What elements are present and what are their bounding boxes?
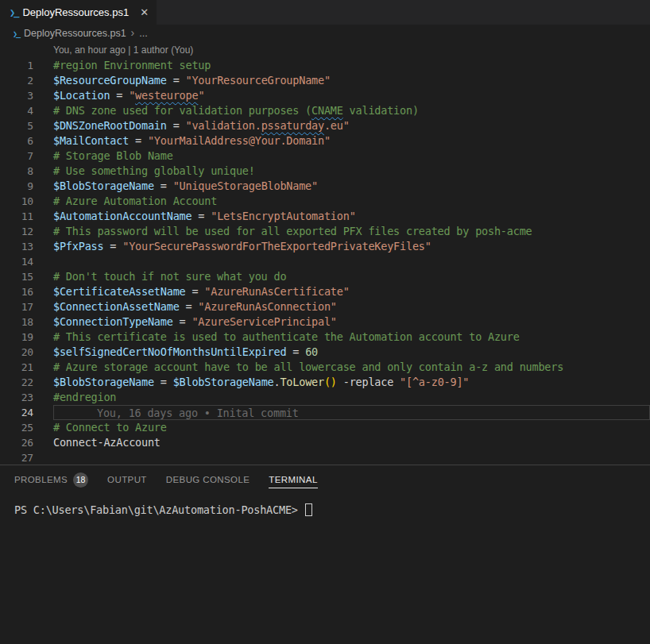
code-line[interactable]: 17$ConnectionAssetName = "AzureRunAsConn… [0,299,650,314]
line-content[interactable]: $ConnectionAssetName = "AzureRunAsConnec… [53,299,650,314]
line-content[interactable]: You, 16 days ago • Inital commit [53,405,650,420]
editor[interactable]: You, an hour ago | 1 author (You) 1#regi… [0,42,650,465]
line-content[interactable] [53,450,650,465]
code-line[interactable]: 5$DNSZoneRootDomain = "validation.pssatu… [0,118,650,133]
code-line[interactable]: 21# Azure storage account have to be all… [0,360,650,375]
code-line[interactable]: 10# Azure Automation Account [0,194,650,209]
code-line[interactable]: 23#endregion [0,390,650,405]
code-line[interactable]: 22$BlobStorageName = $BlobStorageName.To… [0,375,650,390]
line-number[interactable]: 4 [0,103,33,118]
line-content[interactable]: $Location = "westeurope" [53,88,650,103]
code-line[interactable]: 7# Storage Blob Name [0,148,650,164]
line-content[interactable]: $selfSignedCertNoOfMonthsUntilExpired = … [53,345,650,360]
line-number[interactable]: 9 [0,179,33,194]
line-number[interactable]: 12 [0,224,33,239]
line-content[interactable]: # Azure Automation Account [53,194,650,209]
code-line[interactable]: 19# This certificate is used to authenti… [0,330,650,345]
line-content[interactable]: $ConnectionTypeName = "AzureServicePrinc… [53,314,650,330]
line-number[interactable]: 2 [0,73,33,88]
line-number[interactable]: 7 [0,148,33,164]
code-line[interactable]: 16$CertificateAssetName = "AzureRunAsCer… [0,284,650,299]
code-line[interactable]: 1#region Environment setup [0,58,650,73]
code-line[interactable]: 2$ResourceGroupName = "YourResourceGroup… [0,73,650,88]
line-content[interactable]: $ResourceGroupName = "YourResourceGroupN… [53,73,650,88]
terminal-cursor[interactable] [305,503,312,516]
panel-tab-debug-console[interactable]: DEBUG CONSOLE [166,472,250,488]
line-content[interactable]: # Storage Blob Name [53,148,650,164]
line-content[interactable]: Connect-AzAccount [53,435,650,450]
line-number[interactable]: 21 [0,360,33,375]
line-number[interactable]: 22 [0,375,33,390]
line-content[interactable]: # Connect to Azure [53,420,650,435]
chevron-right-icon: › [131,26,135,39]
panel-tab-label: OUTPUT [107,472,147,488]
code-line[interactable]: 8# Use something globally unique! [0,164,650,179]
line-number[interactable]: 6 [0,133,33,148]
line-number[interactable]: 18 [0,314,33,330]
code-line[interactable]: 4# DNS zone used for validation purposes… [0,103,650,118]
line-content[interactable] [53,254,650,269]
line-number[interactable]: 15 [0,269,33,284]
tab-label: DeployRessources.ps1 [22,6,129,18]
line-content[interactable]: # Azure storage account have to be all l… [53,360,650,375]
line-content[interactable]: # This password will be used for all exp… [53,224,650,239]
tab-deployressources[interactable]: ❯_ DeployRessources.ps1 ✕ [0,0,157,25]
line-number[interactable]: 19 [0,330,33,345]
line-number[interactable]: 8 [0,164,33,179]
line-content[interactable]: #region Environment setup [53,58,650,73]
line-content[interactable]: $PfxPass = "YourSecurePasswordForTheExpo… [53,239,650,254]
codelens-blame[interactable]: You, an hour ago | 1 author (You) [0,42,650,58]
line-number[interactable]: 20 [0,345,33,360]
code-line[interactable]: 25# Connect to Azure [0,420,650,435]
line-content[interactable]: #endregion [53,390,650,405]
code-line[interactable]: 15# Don't touch if not sure what you do [0,269,650,284]
line-number[interactable]: 3 [0,88,33,103]
line-content[interactable]: $BlobStorageName = "UniqueStorageBlobNam… [53,179,650,194]
line-number[interactable]: 24 [0,405,33,420]
problems-count-badge: 18 [73,472,88,488]
terminal[interactable]: PS C:\Users\Fabian\git\AzAutomation-Posh… [0,494,650,516]
code-line[interactable]: 6$MailContact = "YourMailAddress@Your.Do… [0,133,650,148]
code-line[interactable]: 14 [0,254,650,269]
panel-tab-label: TERMINAL [269,472,317,488]
code-line[interactable]: 3$Location = "westeurope" [0,88,650,103]
line-content[interactable]: $CertificateAssetName = "AzureRunAsCerti… [53,284,650,299]
line-content[interactable]: # DNS zone used for validation purposes … [53,103,650,118]
line-number[interactable]: 13 [0,239,33,254]
line-content[interactable]: # Use something globally unique! [53,164,650,179]
line-number[interactable]: 25 [0,420,33,435]
line-number[interactable]: 16 [0,284,33,299]
panel-tab-output[interactable]: OUTPUT [107,472,147,488]
code-line[interactable]: 20$selfSignedCertNoOfMonthsUntilExpired … [0,345,650,360]
line-number[interactable]: 17 [0,299,33,314]
line-content[interactable]: $BlobStorageName = $BlobStorageName.ToLo… [53,375,650,390]
code-line[interactable]: 9$BlobStorageName = "UniqueStorageBlobNa… [0,179,650,194]
line-number[interactable]: 27 [0,450,33,465]
code-line[interactable]: 13$PfxPass = "YourSecurePasswordForTheEx… [0,239,650,254]
line-number[interactable]: 5 [0,118,33,133]
panel-tab-problems[interactable]: PROBLEMS18 [14,472,88,488]
code-line[interactable]: 12# This password will be used for all e… [0,224,650,239]
line-content[interactable]: $AutomationAccountName = "LetsEncryptAut… [53,209,650,224]
code-line[interactable]: 11$AutomationAccountName = "LetsEncryptA… [0,209,650,224]
code-line[interactable]: 26Connect-AzAccount [0,435,650,450]
line-number[interactable]: 14 [0,254,33,269]
breadcrumb-more[interactable]: ... [139,28,147,39]
code-line[interactable]: 24You, 16 days ago • Inital commit [0,405,650,420]
line-number[interactable]: 26 [0,435,33,450]
breadcrumb-file[interactable]: DeployRessources.ps1 [24,28,126,39]
line-content[interactable]: $MailContact = "YourMailAddress@Your.Dom… [53,133,650,148]
panel-tab-terminal[interactable]: TERMINAL [269,472,317,488]
editor-tab-bar: ❯_ DeployRessources.ps1 ✕ [0,0,650,25]
line-number[interactable]: 23 [0,390,33,405]
line-content[interactable]: # This certificate is used to authentica… [53,330,650,345]
code-line[interactable]: 27 [0,450,650,465]
breadcrumb[interactable]: ❯_ DeployRessources.ps1 › ... [0,25,650,42]
line-number[interactable]: 1 [0,58,33,73]
close-icon[interactable]: ✕ [140,6,149,18]
line-content[interactable]: # Don't touch if not sure what you do [53,269,650,284]
line-number[interactable]: 10 [0,194,33,209]
line-content[interactable]: $DNSZoneRootDomain = "validation.pssatur… [53,118,650,133]
code-line[interactable]: 18$ConnectionTypeName = "AzureServicePri… [0,314,650,330]
line-number[interactable]: 11 [0,209,33,224]
